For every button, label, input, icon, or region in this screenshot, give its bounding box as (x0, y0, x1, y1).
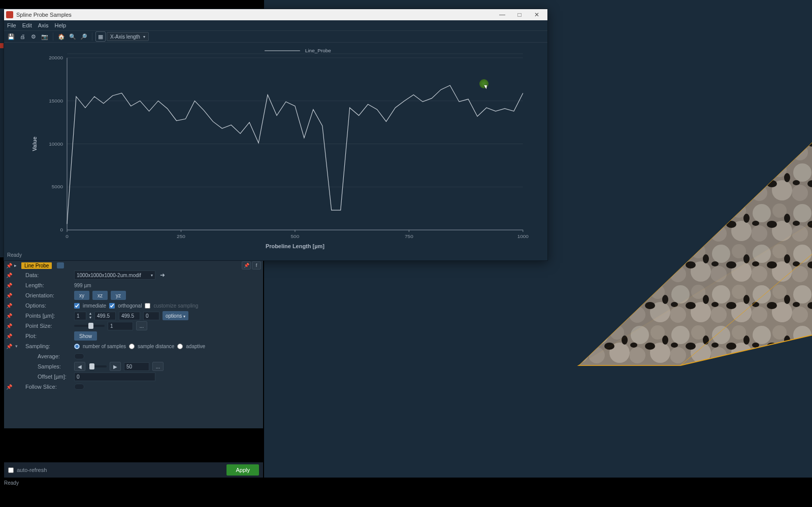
svg-text:15000: 15000 (49, 98, 63, 104)
function-button[interactable]: f (252, 261, 261, 269)
follow-slice-toggle[interactable] (74, 384, 84, 390)
pin-panel-button[interactable]: 📌 (242, 261, 251, 269)
svg-text:Line_Probe: Line_Probe (305, 48, 331, 53)
gear-icon[interactable]: ⚙ (28, 31, 39, 42)
goto-arrow-icon[interactable]: ➜ (158, 272, 167, 279)
samples-field[interactable] (124, 362, 149, 371)
samples-prev-button[interactable]: ◀ (74, 362, 85, 371)
svg-text:20000: 20000 (49, 55, 63, 60)
options-label: Options: (15, 302, 71, 309)
pointsize-slider[interactable] (74, 325, 105, 327)
maximize-button[interactable]: □ (511, 9, 528, 20)
app-statusbar: Ready (4, 480, 19, 486)
points-field-1[interactable] (74, 312, 86, 320)
data-dropdown[interactable]: 1000x1000x1000-2um.modif ▾ (74, 271, 155, 280)
collapse-icon[interactable]: ▾ (15, 344, 20, 349)
orientation-yz-button[interactable]: yz (111, 291, 126, 300)
pointsize-field[interactable] (108, 322, 133, 330)
expand-icon[interactable]: ▸ (14, 263, 19, 268)
pin-icon[interactable]: 📌 (6, 303, 12, 309)
close-button[interactable]: ✕ (528, 9, 545, 20)
sample-distance-radio[interactable] (129, 344, 135, 349)
adaptive-radio[interactable] (177, 344, 183, 349)
svg-text:10000: 10000 (49, 141, 63, 147)
pin-icon[interactable]: 📌 (6, 384, 12, 390)
status-text: Ready (7, 252, 22, 258)
line-chart: 0500010000150002000002505007501000Probel… (4, 43, 547, 251)
zoom-out-icon[interactable]: 🔎 (79, 31, 89, 42)
chevron-down-icon: ▾ (143, 35, 145, 39)
module-chip[interactable]: Line Probe (21, 262, 52, 269)
svg-text:250: 250 (177, 233, 185, 239)
window-statusbar: Ready (4, 251, 547, 260)
average-toggle[interactable] (74, 353, 84, 359)
autorefresh-checkbox[interactable] (8, 467, 14, 473)
data-value: 1000x1000x1000-2um.modif (77, 273, 141, 278)
svg-text:Probeline Length [µm]: Probeline Length [µm] (266, 243, 324, 249)
axis-dropdown[interactable]: X-Axis length ▾ (107, 32, 149, 41)
points-options-button[interactable]: options ▾ (163, 311, 188, 320)
menu-file[interactable]: File (7, 22, 16, 28)
samples-slider[interactable] (88, 365, 107, 367)
samples-more-button[interactable]: ... (152, 362, 164, 371)
customize-checkbox[interactable] (145, 303, 150, 309)
svg-text:1000: 1000 (517, 233, 529, 239)
grid-icon[interactable]: ▦ (95, 31, 106, 42)
pin-icon[interactable]: 📌 (6, 293, 12, 298)
properties-panel: 📌 ▸ Line Probe 📌 f 📌 Data: 1000x1000x100… (4, 261, 263, 428)
menu-help[interactable]: Help (54, 22, 66, 28)
menu-edit[interactable]: Edit (22, 22, 32, 28)
samples-next-button[interactable]: ▶ (110, 362, 121, 371)
apply-button[interactable]: Apply (226, 464, 259, 476)
home-icon[interactable]: 🏠 (56, 31, 67, 42)
length-label: Length: (15, 282, 71, 288)
pin-icon[interactable]: 📌 (6, 263, 12, 268)
orthogonal-checkbox[interactable] (109, 303, 115, 309)
titlebar[interactable]: Spline Probe Samples — □ ✕ (4, 9, 547, 20)
svg-text:0: 0 (60, 227, 63, 232)
spline-probe-window: Spline Probe Samples — □ ✕ File Edit Axi… (4, 9, 548, 261)
orientation-xz-button[interactable]: xz (92, 291, 108, 300)
pin-icon[interactable]: 📌 (6, 344, 12, 349)
num-samples-label: number of samples (83, 344, 126, 349)
points-field-3[interactable] (119, 312, 140, 320)
offset-label: Offset [µm]: (17, 374, 71, 380)
average-label: Average: (17, 353, 71, 359)
immediate-checkbox[interactable] (74, 303, 80, 309)
pointsize-label: Point Size: (15, 323, 71, 329)
pin-icon[interactable]: 📌 (6, 323, 12, 329)
print-icon[interactable]: 🖨 (17, 31, 27, 42)
menu-axis[interactable]: Axis (38, 22, 49, 28)
save-icon[interactable]: 💾 (6, 31, 16, 42)
autorefresh-label: auto-refresh (17, 467, 47, 473)
window-title: Spline Probe Samples (16, 12, 72, 18)
minimize-button[interactable]: — (494, 9, 511, 20)
pin-icon[interactable]: 📌 (6, 273, 12, 278)
pin-icon[interactable]: 📌 (6, 313, 12, 319)
stepper-icon[interactable]: ▴▾ (89, 312, 91, 320)
plot-label: Plot: (15, 333, 71, 339)
svg-text:0: 0 (66, 233, 69, 239)
plot-area[interactable]: 0500010000150002000002505007501000Probel… (4, 43, 547, 251)
points-label: Points [µm]: (15, 313, 71, 319)
num-samples-radio[interactable] (74, 344, 80, 349)
points-field-4[interactable] (143, 312, 159, 320)
pointsize-more-button[interactable]: ... (136, 321, 147, 330)
pin-icon[interactable]: 📌 (6, 283, 12, 288)
svg-text:Value: Value (31, 137, 38, 151)
chip-toggle[interactable] (57, 262, 64, 268)
app-icon (6, 11, 13, 18)
offset-field[interactable] (74, 373, 155, 381)
length-value: 999 µm (74, 283, 91, 288)
customize-label: customize sampling (153, 303, 198, 309)
data-label: Data: (15, 272, 71, 278)
sample-distance-label: sample distance (138, 344, 174, 349)
plot-show-button[interactable]: Show (74, 331, 97, 341)
samples-label: Samples: (17, 363, 71, 369)
orientation-xy-button[interactable]: xy (74, 291, 89, 300)
pin-icon[interactable]: 📌 (6, 333, 12, 339)
chevron-down-icon: ▾ (151, 273, 153, 278)
zoom-in-icon[interactable]: 🔍 (68, 31, 78, 42)
camera-icon[interactable]: 📷 (40, 31, 50, 42)
points-field-2[interactable] (94, 312, 116, 320)
